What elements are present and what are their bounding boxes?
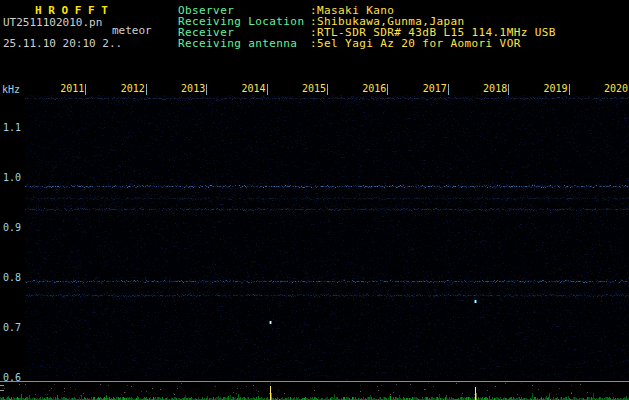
datetime-label: 25.11.10 20:10 2.. — [3, 37, 122, 50]
spectrogram-canvas — [25, 95, 629, 380]
freq-tick-label: 0.9 — [3, 222, 25, 233]
time-tick-label: 2011 — [57, 83, 84, 94]
station-info: Observer:Masaki Kano Receiving Location:… — [178, 5, 556, 49]
time-tick-label: 2012 — [118, 83, 145, 94]
freq-tick-label: 1.1 — [3, 122, 25, 133]
time-tick-label: 2014 — [239, 83, 266, 94]
time-tick-label: 2017 — [420, 83, 447, 94]
freq-tick-label: 0.7 — [3, 322, 25, 333]
info-row-antenna: Receiving antenna:5el Yagi Az 20 for Aom… — [178, 38, 556, 49]
time-tick-label: 2015 — [299, 83, 326, 94]
axis-separator-line — [0, 381, 629, 382]
time-tick-label: 2019 — [541, 83, 568, 94]
info-label: Receiving antenna — [178, 38, 310, 49]
time-tick-label: 2020 — [601, 83, 628, 94]
freq-unit-label: kHz — [2, 84, 20, 95]
hrofft-screen: H R O F F T UT2511102010.pn meteor 25.11… — [0, 0, 629, 400]
time-tick-label: 2018 — [480, 83, 507, 94]
freq-tick-label: 1.0 — [3, 172, 25, 183]
output-filename: UT2511102010.pn — [3, 16, 102, 29]
observation-name: meteor — [112, 24, 152, 37]
freq-tick-label: 0.8 — [3, 272, 25, 283]
time-tick-label: 2016 — [359, 83, 386, 94]
amplitude-strip-canvas — [0, 383, 629, 400]
time-tick-label: 2013 — [178, 83, 205, 94]
info-value: :5el Yagi Az 20 for Aomori VOR — [310, 37, 521, 50]
